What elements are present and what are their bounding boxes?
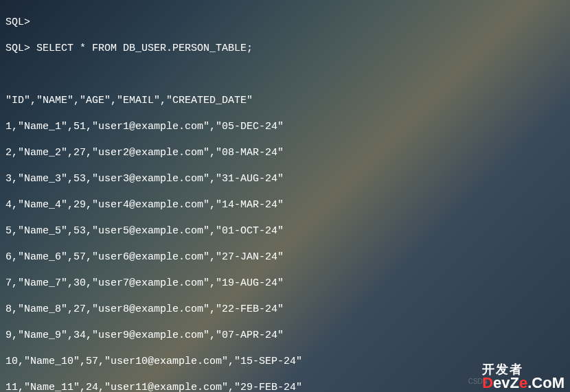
result-row: 1,"Name_1",51,"user1@example.com","05-DE…	[5, 120, 565, 133]
result-row: 8,"Name_8",27,"user8@example.com","22-FE…	[5, 303, 565, 316]
devze-logo-text: DevZe.CoM	[482, 376, 565, 391]
result-row: 5,"Name_5",53,"user5@example.com","01-OC…	[5, 224, 565, 238]
result-row: 7,"Name_7",30,"user7@example.com","19-AU…	[5, 277, 565, 290]
result-row: 6,"Name_6",57,"user6@example.com","27-JA…	[5, 251, 565, 264]
result-row: 4,"Name_4",29,"user4@example.com","14-MA…	[5, 198, 565, 211]
terminal-output: SQL> SQL> SELECT * FROM DB_USER.PERSON_T…	[0, 0, 570, 392]
devze-watermark: 开发者 DevZe.CoM	[482, 363, 565, 391]
result-row: 9,"Name_9",34,"user9@example.com","07-AP…	[5, 329, 565, 342]
sql-prompt-empty: SQL>	[5, 16, 565, 29]
result-header: "ID","NAME","AGE","EMAIL","CREATED_DATE"	[5, 94, 565, 107]
sql-query: SQL> SELECT * FROM DB_USER.PERSON_TABLE;	[5, 42, 565, 55]
result-row: 3,"Name_3",53,"user3@example.com","31-AU…	[5, 172, 565, 185]
result-row: 10,"Name_10",57,"user10@example.com","15…	[5, 355, 565, 368]
result-row: 2,"Name_2",27,"user2@example.com","08-MA…	[5, 146, 565, 159]
blank-line	[5, 68, 565, 81]
